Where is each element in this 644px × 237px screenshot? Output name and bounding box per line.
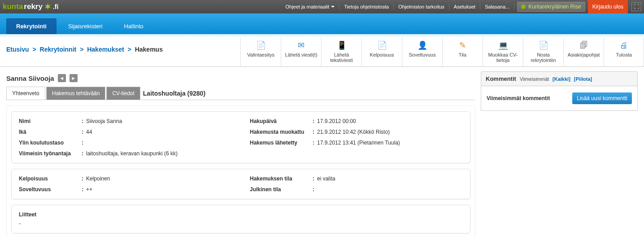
label-hakupaiva: Hakupäivä [250,118,313,124]
label-soveltuvuus: Soveltuvuus [19,186,82,193]
logo[interactable]: kuntarekry ✶ .fi [3,2,58,12]
tb-label: Lähetä viesti(t) [285,52,317,57]
value-kelpoisuus: Kelpoinen [86,176,232,182]
status-panel: Kelpoisuus:Kelpoinen Soveltuvuus:++ Hake… [11,169,470,199]
tab-cv-tiedot[interactable]: CV-tiedot [106,87,140,100]
tb-asiakirjapohjat[interactable]: 🗐Asiakirjapohjat [563,38,604,66]
tab-label: Hakemus tehtävään [52,90,100,97]
nav-hallinto[interactable]: Hallinto [114,18,153,34]
crumb-sep: > [80,46,83,53]
details-panel: Nimi:Siivooja Sanna Ikä:44 Ylin koulutus… [11,111,470,163]
nav-label: Salasana... [485,4,509,10]
liitteet-panel: Liitteet - [11,205,470,233]
value-koulutus [86,140,232,146]
comments-header: Kommentit Viimeisimmät [Kaikki] [Piilota… [481,71,638,86]
side-column: Kommentit Viimeisimmät [Kaikki] [Piilota… [481,71,638,237]
tb-soveltuvuus[interactable]: 👤Soveltuvuus [402,38,442,66]
envelope-icon: ✉ [283,40,319,50]
tb-nosta-rekrytointiin[interactable]: 📄Nosta rekrytointiin [523,38,563,66]
value-hakemuksen-tila: ei valita [317,176,463,182]
add-comment-button[interactable]: Lisää uusi kommentti [572,92,632,104]
document-check-icon: 📄 [364,40,400,50]
nav-purpose[interactable]: Ohjelmiston tarkoitus [394,4,449,10]
value-hakupaiva: 17.9.2012 00:00 [317,118,463,124]
comments-body: Viimeisimmät kommentit Lisää uusi kommen… [481,86,638,111]
crumb-hakemukset[interactable]: Hakemukset [87,46,124,53]
tb-kelpoisuus[interactable]: 📄Kelpoisuus [361,38,402,66]
tb-label: Asiakirjapohjat [568,52,600,57]
star-person-icon: ✶ [44,2,51,12]
tb-label: Muokkaa CV-tietoja [488,52,518,63]
nav-rekrytointi[interactable]: Rekrytointi [6,18,57,34]
label-nimi: Nimi [19,118,82,124]
nav-label: Asetukset [454,4,475,10]
tb-label: Lähetä tekstiviesti [330,52,353,63]
status-left: Kelpoisuus:Kelpoinen Soveltuvuus:++ [19,176,232,193]
nav-password[interactable]: Salasana... [480,4,514,10]
logo-fi: .fi [53,3,58,10]
person-name: Sanna Siivooja [6,75,54,82]
tab-yhteenveto[interactable]: Yhteenveto [6,87,45,100]
status-right: Hakemuksen tila:ei valita Julkinen tila: [250,176,463,193]
nav-label: Hallinto [124,23,143,30]
document-up-icon: 📄 [525,40,561,50]
user-box[interactable]: Kuntarekryläinen Rise [517,2,585,12]
value-nimi: Siivooja Sanna [86,118,232,124]
job-title: Laitoshuoltaja (9280) [143,90,205,97]
logout-label: Kirjaudu ulos [592,4,623,10]
crumb-rekrytoinnit[interactable]: Rekrytoinnit [40,46,77,53]
label-hakemuksen-tila: Hakemuksen tila [250,176,313,182]
content-panel: Nimi:Siivooja Sanna Ikä:44 Ylin koulutus… [6,105,475,237]
label-julkinen-tila: Julkinen tila [250,186,313,193]
value-tyonantaja: laitoshuoltaja, keravan kaupunki (6 kk) [86,150,232,157]
tabs: Yhteenveto Hakemus tehtävään CV-tiedot L… [6,87,475,100]
comments-sub: Viimeisimmät [520,76,549,82]
nav-sijaisrekisteri[interactable]: Sijaisrekisteri [58,18,113,34]
tb-tila[interactable]: ✎Tila [442,38,483,66]
main-column: Sanna Siivooja ◄ ► Yhteenveto Hakemus te… [6,71,475,237]
value-julkinen-tila [317,186,463,193]
person-edit-icon: ✎ [444,40,481,50]
top-bar: kuntarekry ✶ .fi Ohjeet ja materiaalit T… [0,0,644,13]
nav-settings[interactable]: Asetukset [449,4,480,10]
label-koulutus: Ylin koulutustaso [19,140,82,146]
prev-button[interactable]: ◄ [58,74,66,82]
nav-help-materials[interactable]: Ohjeet ja materiaalit [281,4,339,10]
label-muokattu: Hakemusta muokattu [250,129,313,135]
tb-laheta-viesti[interactable]: ✉Lähetä viesti(t) [281,38,321,66]
nav-label: Ohjeet ja materiaalit [285,4,329,10]
document-plus-icon: 📄 [243,40,279,50]
tab-hakemus-tehtavaan[interactable]: Hakemus tehtävään [46,87,106,100]
add-comment-label: Lisää uusi kommentti [577,95,627,101]
top-nav: Ohjeet ja materiaalit Tietoja ohjelmisto… [281,0,641,13]
nav-about[interactable]: Tietoja ohjelmistosta [339,4,394,10]
laptop-icon: 💻 [485,40,521,50]
comments-all-link[interactable]: [Kaikki] [553,76,570,82]
nav-fade [0,34,644,38]
tb-tulosta[interactable]: 🖨Tulosta [604,38,644,66]
user-name: Kuntarekryläinen Rise [528,4,581,10]
documents-icon: 🗐 [566,40,602,50]
tb-laheta-tekstiviesti[interactable]: 📱Lähetä tekstiviesti [321,38,361,66]
label-lahetetty: Hakemus lähetetty [250,140,313,146]
crumb-sep: > [128,46,131,53]
tab-label: CV-tiedot [112,90,134,97]
comments-hide-link[interactable]: [Piilota] [574,76,592,82]
crumb-sep: > [32,46,36,53]
tb-valintaesitys[interactable]: 📄Valintaesitys [240,38,281,66]
user-presence-icon [521,4,526,9]
phone-icon: 📱 [323,40,360,50]
tb-label: Valintaesitys [247,52,274,57]
logo-rekry: rekry [24,2,43,11]
next-button[interactable]: ► [70,74,78,82]
main-nav: Rekrytointi Sijaisrekisteri Hallinto [0,13,644,34]
tb-label: Soveltuvuus [409,52,436,57]
crumb-etusivu[interactable]: Etusivu [6,46,29,53]
person-row: Sanna Siivooja ◄ ► [6,74,475,82]
fullscreen-icon[interactable]: ⛶ [631,2,641,11]
label-tyonantaja: Viimeisin työnantaja [19,150,82,157]
logout-button[interactable]: Kirjaudu ulos [588,0,628,13]
tb-muokkaa-cv[interactable]: 💻Muokkaa CV-tietoja [483,38,523,66]
comments-heading: Kommentit [486,75,516,82]
right-list: Hakupäivä:17.9.2012 00:00 Hakemusta muok… [250,118,463,146]
